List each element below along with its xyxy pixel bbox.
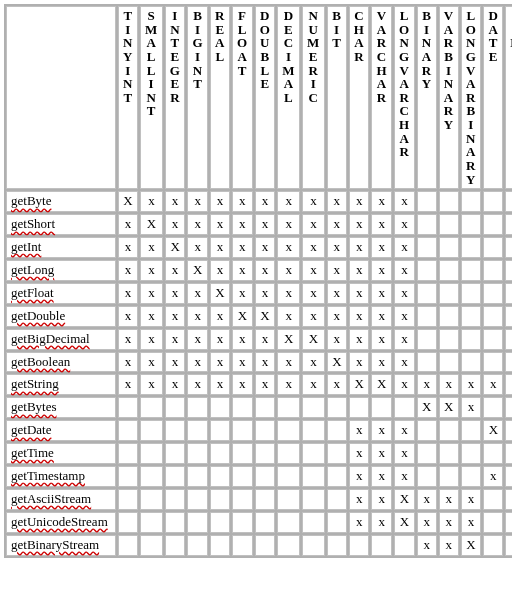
column-header: LONGVARCHAR xyxy=(394,6,415,189)
row-header: getUnicodeStream xyxy=(6,512,116,533)
column-header: VARCHAR xyxy=(371,6,392,189)
cell xyxy=(439,214,459,235)
cell: x xyxy=(210,329,230,350)
cell xyxy=(232,420,253,441)
cell: x xyxy=(394,260,415,281)
corner-cell xyxy=(6,6,116,189)
cell: x xyxy=(210,214,230,235)
cell: x xyxy=(394,374,415,395)
cell xyxy=(277,535,300,556)
cell xyxy=(255,443,276,464)
cell: x xyxy=(394,191,415,212)
cell: x xyxy=(461,512,482,533)
cell: x xyxy=(187,374,208,395)
cell xyxy=(417,420,437,441)
cell xyxy=(417,283,437,304)
cell xyxy=(439,352,459,373)
cell: X xyxy=(118,191,138,212)
column-header: BIT xyxy=(327,6,347,189)
cell: X xyxy=(461,535,482,556)
column-header: TINYINT xyxy=(118,6,138,189)
cell: X xyxy=(371,374,392,395)
cell: x xyxy=(371,237,392,258)
cell: x xyxy=(394,214,415,235)
row-header: getInt xyxy=(6,237,116,258)
cell: x xyxy=(232,214,253,235)
cell: x xyxy=(349,443,370,464)
row-header: getLong xyxy=(6,260,116,281)
cell xyxy=(505,535,512,556)
cell: x xyxy=(187,352,208,373)
cell: x xyxy=(210,306,230,327)
cell xyxy=(327,397,347,418)
cell: x xyxy=(349,191,370,212)
cell xyxy=(461,420,482,441)
cell: x xyxy=(302,283,325,304)
cell xyxy=(417,260,437,281)
cell: x xyxy=(165,214,186,235)
cell xyxy=(417,306,437,327)
column-header: LONGVARBINARY xyxy=(461,6,482,189)
table-row: getShortxXxxxxxxxxxxx xyxy=(6,214,512,235)
cell xyxy=(165,443,186,464)
cell: x xyxy=(327,214,347,235)
cell xyxy=(371,535,392,556)
cell xyxy=(187,512,208,533)
cell: X xyxy=(277,329,300,350)
cell xyxy=(140,443,163,464)
table-row: getIntxxXxxxxxxxxxx xyxy=(6,237,512,258)
cell: x xyxy=(349,352,370,373)
cell: x xyxy=(371,489,392,510)
cell: x xyxy=(140,283,163,304)
cell: x xyxy=(461,489,482,510)
cell xyxy=(232,443,253,464)
cell xyxy=(187,397,208,418)
cell: X xyxy=(349,374,370,395)
cell xyxy=(232,535,253,556)
cell xyxy=(349,397,370,418)
row-header: getShort xyxy=(6,214,116,235)
cell: x xyxy=(417,489,437,510)
cell: x xyxy=(255,352,276,373)
cell: x xyxy=(187,329,208,350)
cell: x xyxy=(140,191,163,212)
column-header: BIGINT xyxy=(187,6,208,189)
cell: x xyxy=(394,466,415,487)
cell: x xyxy=(371,191,392,212)
cell xyxy=(483,237,503,258)
cell: x xyxy=(394,352,415,373)
cell xyxy=(302,489,325,510)
cell: x xyxy=(371,283,392,304)
cell xyxy=(302,535,325,556)
cell: x xyxy=(277,191,300,212)
row-header: getBytes xyxy=(6,397,116,418)
cell xyxy=(187,466,208,487)
cell xyxy=(187,489,208,510)
row-header: getDouble xyxy=(6,306,116,327)
cell: X xyxy=(417,397,437,418)
cell xyxy=(327,466,347,487)
cell xyxy=(187,443,208,464)
cell: x xyxy=(232,260,253,281)
table-row: getTimexxxXx xyxy=(6,443,512,464)
cell: x xyxy=(140,260,163,281)
table-row: getDatexxxXx xyxy=(6,420,512,441)
cell: x xyxy=(302,374,325,395)
column-header: REAL xyxy=(210,6,230,189)
cell xyxy=(302,397,325,418)
cell xyxy=(461,306,482,327)
cell: x xyxy=(140,374,163,395)
cell xyxy=(439,329,459,350)
cell xyxy=(118,512,138,533)
cell xyxy=(165,512,186,533)
cell xyxy=(327,443,347,464)
cell xyxy=(439,443,459,464)
cell xyxy=(255,466,276,487)
cell: x xyxy=(394,237,415,258)
cell xyxy=(140,420,163,441)
cell xyxy=(140,397,163,418)
cell: x xyxy=(165,329,186,350)
cell xyxy=(232,397,253,418)
cell xyxy=(327,512,347,533)
cell xyxy=(439,283,459,304)
